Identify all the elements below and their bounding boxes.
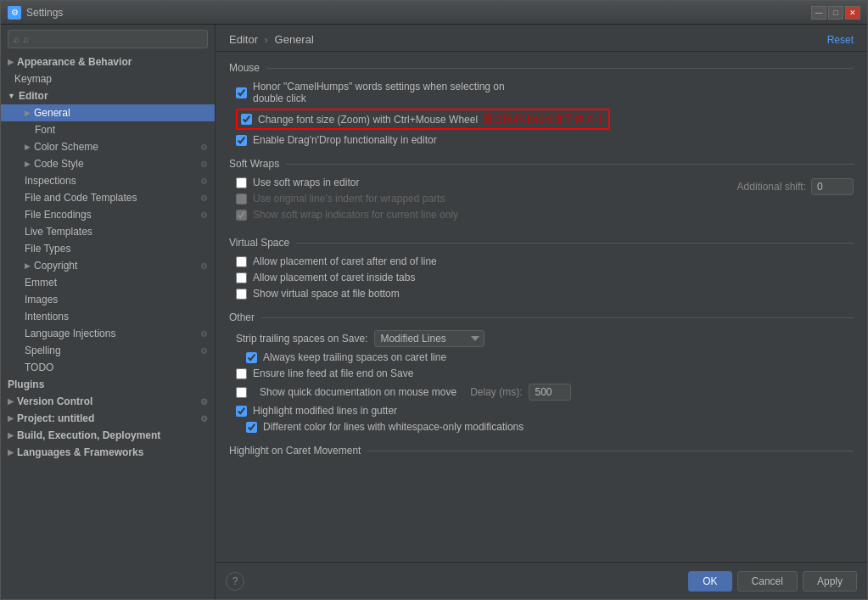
chevron-right-icon: ▶ [25, 160, 31, 168]
additional-shift-label: Additional shift: [737, 181, 806, 193]
sidebar-item-label: Color Scheme [34, 141, 98, 153]
footer-left: ? [226, 572, 244, 591]
sidebar-item-spelling[interactable]: Spelling ⚙ [1, 342, 215, 359]
ok-button[interactable]: OK [688, 571, 731, 592]
cancel-button[interactable]: Cancel [737, 571, 798, 592]
footer-right: OK Cancel Apply [688, 571, 857, 592]
show-wrap-indicators-label: Show soft wrap indicators for current li… [253, 209, 458, 221]
apply-button[interactable]: Apply [803, 571, 857, 592]
ensure-line-feed-checkbox[interactable] [236, 368, 247, 379]
settings-icon: ⚙ [200, 177, 208, 186]
chevron-right-icon: ▶ [25, 261, 31, 270]
sidebar-item-appearance[interactable]: ▶ Appearance & Behavior [1, 53, 215, 70]
sidebar-item-label: TODO [25, 362, 53, 373]
camelhumps-checkbox[interactable] [236, 87, 247, 98]
sidebar-item-copyright[interactable]: ▶ Copyright ⚙ [1, 257, 215, 274]
soft-wraps-title: Soft Wraps [229, 158, 854, 170]
use-original-indent-option: Use original line's indent for wrapped p… [229, 193, 737, 205]
camelhumps-option: Honor "CamelHumps" words settings when s… [229, 81, 854, 104]
allow-after-end-option: Allow placement of caret after end of li… [229, 255, 854, 267]
search-icon: ⌕ [14, 34, 20, 44]
show-at-bottom-label: Show virtual space at file bottom [253, 288, 400, 300]
allow-inside-tabs-checkbox[interactable] [236, 272, 247, 283]
sidebar-item-label: Version Control [17, 395, 92, 407]
show-at-bottom-checkbox[interactable] [236, 289, 247, 300]
always-keep-trailing-checkbox[interactable] [246, 352, 257, 363]
sidebar-item-intentions[interactable]: Intentions [1, 308, 215, 325]
show-at-bottom-option: Show virtual space at file bottom [229, 288, 854, 300]
sidebar-item-label: File Types [25, 243, 70, 255]
sidebar-item-plugins[interactable]: Plugins [1, 376, 215, 393]
maximize-button[interactable]: □ [828, 6, 843, 20]
show-quick-doc-label: Show quick documentation on mouse move [260, 386, 456, 398]
use-original-indent-checkbox[interactable] [236, 193, 247, 205]
allow-inside-tabs-option: Allow placement of caret inside tabs [229, 272, 854, 283]
chevron-right-icon: ▶ [25, 109, 31, 117]
sidebar-item-label: Intentions [25, 311, 69, 322]
sidebar-item-emmet[interactable]: Emmet [1, 274, 215, 291]
sidebar-item-label: Editor [19, 90, 48, 102]
show-wrap-indicators-option: Show soft wrap indicators for current li… [229, 209, 737, 221]
delay-input[interactable]: 500 [529, 384, 571, 401]
show-quick-doc-checkbox[interactable] [236, 387, 247, 398]
highlight-modified-label: Highlight modified lines in gutter [253, 405, 397, 417]
breadcrumb: Editor › General [229, 33, 314, 46]
use-soft-wraps-option: Use soft wraps in editor [229, 177, 737, 188]
allow-after-end-checkbox[interactable] [236, 256, 247, 267]
highlight-caret-section: Highlight on Caret Movement [229, 445, 854, 457]
sidebar-item-languages[interactable]: ▶ Languages & Frameworks [1, 444, 215, 461]
window-controls: — □ ✕ [811, 6, 860, 20]
sidebar-item-file-types[interactable]: File Types [1, 240, 215, 257]
sidebar-item-code-style[interactable]: ▶ Code Style ⚙ [1, 155, 215, 172]
search-box[interactable]: ⌕ [8, 30, 208, 48]
sidebar-item-images[interactable]: Images [1, 291, 215, 308]
sidebar-item-file-encodings[interactable]: File Encodings ⚙ [1, 206, 215, 223]
sidebar-item-label: General [34, 107, 70, 119]
additional-shift-input[interactable]: 0 [811, 178, 854, 195]
strip-trailing-dropdown[interactable]: None All Modified Lines [374, 330, 484, 347]
titlebar: ⚙ Settings — □ ✕ [1, 1, 867, 25]
sidebar-item-live-templates[interactable]: Live Templates [1, 223, 215, 240]
sidebar-item-keymap[interactable]: Keymap [1, 70, 215, 87]
sidebar-item-editor[interactable]: ▼ Editor [1, 87, 215, 104]
settings-window: ⚙ Settings — □ ✕ ⌕ ▶ Appearance & Behavi… [0, 0, 868, 600]
delay-label: Delay (ms): [470, 386, 522, 398]
sidebar-item-project[interactable]: ▶ Project: untitled ⚙ [1, 410, 215, 427]
close-button[interactable]: ✕ [845, 6, 860, 20]
sidebar-item-todo[interactable]: TODO [1, 359, 215, 376]
different-color-option: Different color for lines with whitespac… [229, 421, 854, 433]
settings-icon: ⚙ [200, 329, 208, 339]
sidebar-item-version-control[interactable]: ▶ Version Control ⚙ [1, 393, 215, 410]
zoom-checkbox[interactable] [241, 114, 252, 125]
chevron-right-icon: ▶ [8, 431, 14, 440]
allow-inside-tabs-label: Allow placement of caret inside tabs [253, 272, 415, 283]
help-button[interactable]: ? [226, 572, 244, 591]
dragndrop-checkbox[interactable] [236, 135, 247, 146]
minimize-button[interactable]: — [811, 6, 826, 20]
show-wrap-indicators-checkbox[interactable] [236, 210, 247, 221]
dragndrop-option: Enable Drag'n'Drop functionality in edit… [229, 134, 854, 146]
sidebar-item-file-code-templates[interactable]: File and Code Templates ⚙ [1, 189, 215, 206]
sidebar-item-build[interactable]: ▶ Build, Execution, Deployment [1, 427, 215, 444]
always-keep-trailing-label: Always keep trailing spaces on caret lin… [263, 351, 446, 363]
sidebar-item-color-scheme[interactable]: ▶ Color Scheme ⚙ [1, 138, 215, 155]
use-soft-wraps-checkbox[interactable] [236, 177, 247, 188]
sidebar-item-label: Inspections [25, 175, 76, 187]
different-color-checkbox[interactable] [246, 422, 257, 433]
sidebar-item-inspections[interactable]: Inspections ⚙ [1, 172, 215, 189]
always-keep-trailing-option: Always keep trailing spaces on caret lin… [229, 351, 854, 363]
other-section-title: Other [229, 311, 854, 323]
search-input[interactable] [23, 33, 202, 45]
sidebar-item-language-injections[interactable]: Language Injections ⚙ [1, 325, 215, 342]
highlight-modified-checkbox[interactable] [236, 406, 247, 417]
settings-content: Mouse Honor "CamelHumps" words settings … [216, 52, 867, 562]
sidebar-item-label: Appearance & Behavior [17, 56, 132, 68]
allow-after-end-label: Allow placement of caret after end of li… [253, 255, 437, 267]
sidebar-item-font[interactable]: Font [1, 121, 215, 138]
chevron-right-icon: ▶ [8, 448, 14, 457]
sidebar-item-general[interactable]: ▶ General [1, 104, 215, 121]
reset-link[interactable]: Reset [827, 34, 854, 46]
sidebar-item-label: Languages & Frameworks [17, 446, 143, 458]
ensure-line-feed-label: Ensure line feed at file end on Save [253, 367, 413, 379]
zoom-option-highlighted: Change font size (Zoom) with Ctrl+Mouse … [236, 109, 610, 130]
